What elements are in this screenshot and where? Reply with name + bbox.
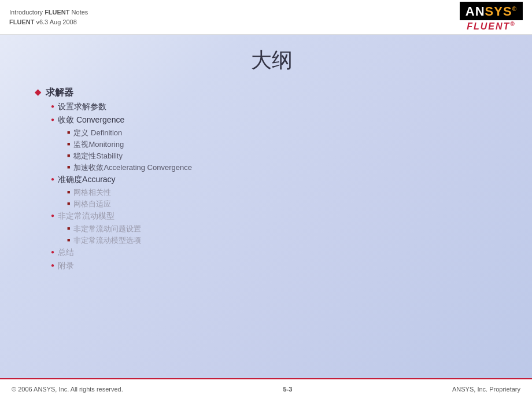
bullet-square-icon-accel: ■ (67, 164, 70, 170)
list-item-grid-adapt: ■ 网格自适应 (67, 199, 509, 209)
logo-sys: SYS (485, 4, 512, 19)
logo-box: ANSYS® (460, 2, 523, 20)
item-text-solver-params: 设置求解参数 (58, 101, 106, 113)
logo-ansys: ANSYS® (466, 4, 517, 19)
logo-an: AN (466, 4, 485, 19)
list-item-unsteady-options: ■ 非定常流动模型选项 (67, 235, 509, 246)
bullet-square-icon-stab: ■ (67, 153, 70, 158)
item-text-summary: 总结 (58, 247, 74, 258)
list-item-level1: ◆ 求解器 (35, 86, 509, 99)
logo-reg: ® (512, 6, 517, 12)
item-text-solver: 求解器 (46, 86, 73, 99)
list-item-summary: ● 总结 (51, 247, 509, 258)
list-item-unsteady-setup: ■ 非定常流动问题设置 (67, 224, 509, 234)
item-text-unsteady-options: 非定常流动模型选项 (73, 235, 141, 246)
bullet-square-icon-gr: ■ (67, 189, 70, 195)
outline-list: ◆ 求解器 ● 设置求解参数 ● 收敛 Convergence ■ 定义 Def… (35, 86, 509, 271)
logo-fluent-text: FLUENT® (467, 21, 515, 32)
header: Introductory FLUENT Notes FLUENT v6.3 Au… (0, 0, 532, 35)
header-fluent-bold2: FLUENT (9, 19, 34, 25)
bullet-square-icon: ■ (67, 130, 70, 135)
footer-copyright: © 2006 ANSYS, Inc. All rights reserved. (12, 386, 123, 393)
footer-page-number: 5-3 (283, 386, 292, 393)
item-text-unsteady: 非定常流动模型 (58, 210, 114, 222)
list-item-solver-params: ● 设置求解参数 (51, 101, 509, 113)
list-item-convergence: ● 收敛 Convergence (51, 114, 509, 126)
list-item-definition: ■ 定义 Definition (67, 128, 509, 138)
item-text-definition: 定义 Definition (73, 128, 122, 138)
item-text-accuracy: 准确度Accuracy (58, 174, 116, 186)
item-text-unsteady-setup: 非定常流动问题设置 (73, 224, 141, 234)
header-line2: FLUENT v6.3 Aug 2008 (9, 17, 88, 27)
item-text-grid-adapt: 网格自适应 (73, 199, 111, 209)
bullet-circle-icon-sum: ● (51, 249, 54, 255)
list-item-accuracy: ● 准确度Accuracy (51, 174, 509, 186)
header-fluent-bold: FLUENT (45, 9, 69, 16)
item-text-appendix: 附录 (58, 260, 74, 272)
slide-content: 大纲 ◆ 求解器 ● 设置求解参数 ● 收敛 Convergence ■ 定义 … (0, 35, 532, 378)
item-text-grid-rel: 网格相关性 (73, 187, 111, 198)
bullet-circle-icon-uns: ● (51, 212, 54, 219)
list-item-appendix: ● 附录 (51, 260, 509, 272)
item-text-accel: 加速收敛Accelerating Convergence (73, 162, 191, 173)
bullet-diamond-icon: ◆ (35, 87, 41, 97)
logo-area: ANSYS® FLUENT® (460, 2, 523, 32)
bullet-circle-icon-conv: ● (51, 116, 54, 123)
list-item-stability: ■ 稳定性Stability (67, 151, 509, 161)
list-item-monitoring: ■ 监视Monitoring (67, 139, 509, 150)
list-item-accel: ■ 加速收敛Accelerating Convergence (67, 162, 509, 173)
bullet-circle-icon: ● (51, 103, 54, 109)
item-text-stability: 稳定性Stability (73, 151, 123, 161)
bullet-square-icon-ga: ■ (67, 201, 70, 206)
bullet-square-icon-mon: ■ (67, 141, 70, 147)
item-text-convergence: 收敛 Convergence (58, 114, 124, 126)
slide-title: 大纲 (35, 46, 509, 75)
header-line1: Introductory FLUENT Notes (9, 8, 88, 17)
header-text: Introductory FLUENT Notes FLUENT v6.3 Au… (9, 8, 88, 27)
bullet-square-icon-uo: ■ (67, 237, 70, 243)
footer: © 2006 ANSYS, Inc. All rights reserved. … (0, 378, 532, 399)
bullet-square-icon-us: ■ (67, 226, 70, 231)
list-item-grid-rel: ■ 网格相关性 (67, 187, 509, 198)
list-item-unsteady: ● 非定常流动模型 (51, 210, 509, 222)
bullet-circle-icon-app: ● (51, 262, 54, 268)
item-text-monitoring: 监视Monitoring (73, 139, 124, 150)
footer-proprietary: ANSYS, Inc. Proprietary (452, 386, 520, 393)
bullet-circle-icon-acc: ● (51, 176, 54, 182)
